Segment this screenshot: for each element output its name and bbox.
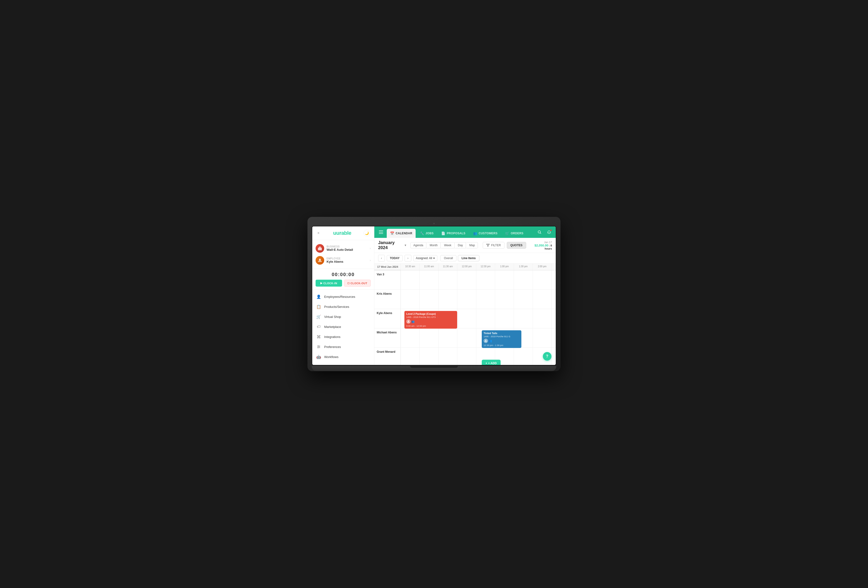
month-tab[interactable]: Month [427, 242, 441, 248]
cell-kris-1[interactable] [401, 290, 419, 309]
filter-view-tabs: Overall Line Items [440, 255, 479, 261]
sidebar-item-marketplace[interactable]: 🏷 Marketplace [312, 322, 374, 332]
level2-location-icon: 📍 [436, 316, 439, 318]
day-tab[interactable]: Day [455, 242, 466, 248]
cell-van3-5[interactable] [476, 270, 495, 290]
virtual-shop-label: Virtual Shop [324, 315, 341, 319]
row-label-kris: Kris Abens [374, 290, 401, 309]
week-tab[interactable]: Week [441, 242, 454, 248]
cell-grant-2[interactable] [419, 348, 438, 365]
notification-button[interactable] [545, 228, 553, 236]
quotes-label: QUOTES [511, 244, 523, 247]
sidebar-item-workflows[interactable]: 🤖 Workflows [312, 352, 374, 362]
event-level2-package[interactable]: Level 2 Package (Coupe) 1495 - 2018 Porc… [404, 311, 457, 329]
row-cells-kris[interactable]: Elite Interior Detail 1495 - 2018 Porche… [401, 290, 556, 309]
business-account-row[interactable]: Business Wall-E Auto Detail › [316, 242, 371, 254]
clock-out-button[interactable]: ◻ CLOCK-OUT [344, 280, 371, 287]
cell-michael-9[interactable] [551, 328, 556, 347]
row-cells-grant[interactable]: + + ADD [401, 348, 556, 365]
svg-point-4 [319, 335, 320, 336]
row-cells-kyle[interactable]: Level 2 Package (Coupe) 1495 - 2018 Porc… [401, 309, 556, 328]
cell-van3-6[interactable] [495, 270, 514, 290]
add-event-button[interactable]: + + ADD [482, 360, 500, 365]
sidebar-item-integrations[interactable]: Integrations [312, 332, 374, 342]
svg-point-3 [317, 335, 318, 336]
tab-orders[interactable]: 🛒 ORDERS [502, 229, 527, 238]
event-tinted-tails[interactable]: Tinted Tails 1495 - 2018 Porche 911 G [482, 330, 521, 348]
agenda-tab[interactable]: Agenda [410, 242, 427, 248]
tab-proposals[interactable]: 📄 PROPOSALS [438, 229, 469, 238]
sidebar-item-employees-resources[interactable]: 👤 Employees/Resources [312, 292, 374, 301]
cell-kris-3[interactable] [438, 290, 457, 309]
cell-grant-7[interactable] [514, 348, 533, 365]
search-button[interactable] [536, 228, 543, 236]
assigned-dropdown-icon: ▾ [433, 257, 435, 260]
business-name: Wall-E Auto Detail [326, 248, 368, 251]
cell-kris-7[interactable] [514, 290, 533, 309]
cell-grant-4[interactable] [457, 348, 476, 365]
today-button[interactable]: TODAY [387, 255, 403, 261]
line-items-tab[interactable]: Line Items [458, 255, 479, 261]
help-button[interactable]: ? [543, 352, 551, 360]
tab-customers[interactable]: 👥 CUSTOMERS [470, 229, 501, 238]
assigned-dropdown[interactable]: Assigned: All ▾ [413, 255, 438, 261]
cell-van3-8[interactable] [533, 270, 551, 290]
cell-kris-6[interactable] [495, 290, 514, 309]
sidebar-item-coupons[interactable]: ✂ Coupons [312, 362, 374, 365]
cell-grant-1[interactable] [401, 348, 419, 365]
cell-kyle-7[interactable] [514, 309, 533, 328]
time-header-230: 2:30 pm [551, 264, 556, 270]
next-arrow[interactable]: › [404, 255, 411, 261]
cell-kyle-5[interactable] [476, 309, 495, 328]
cell-van3-1[interactable] [401, 270, 419, 290]
cell-michael-1[interactable] [401, 328, 419, 347]
cell-van3-4[interactable] [457, 270, 476, 290]
main-content: 📅 CALENDAR 🔧 JOBS 📄 PROPOSALS 👥 CUSTOMER… [374, 226, 556, 365]
cell-kyle-9[interactable] [551, 309, 556, 328]
clock-in-button[interactable]: ▶ CLOCK-IN [316, 280, 342, 287]
row-cells-michael[interactable]: Tinted Tails 1495 - 2018 Porche 911 G [401, 328, 556, 347]
sidebar-item-virtual-shop[interactable]: 🛒 Virtual Shop [312, 312, 374, 322]
dark-mode-toggle[interactable]: 🌙 [363, 230, 370, 236]
integrations-icon [316, 334, 321, 339]
row-cells-van3[interactable] [401, 270, 556, 290]
filter-button[interactable]: FILTER [483, 242, 504, 249]
map-tab[interactable]: Map [466, 242, 478, 248]
employee-account-row[interactable]: Employee Kyle Abens › [316, 254, 371, 266]
products-label: Products/Services [324, 305, 349, 309]
tab-jobs[interactable]: 🔧 JOBS [416, 229, 437, 238]
cell-grant-3[interactable] [438, 348, 457, 365]
cell-kris-2[interactable] [419, 290, 438, 309]
row-label-michael: Michael Abens [374, 328, 401, 347]
row-label-grant: Grant Menard [374, 348, 401, 365]
quotes-button[interactable]: QUOTES [507, 242, 526, 249]
cell-michael-2[interactable] [419, 328, 438, 347]
cell-kyle-6[interactable] [495, 309, 514, 328]
event-level2-people-icon: 👥 [411, 320, 415, 323]
hamburger-button[interactable] [377, 228, 385, 236]
prev-arrow[interactable]: ‹ [378, 255, 385, 261]
cell-michael-4[interactable] [457, 328, 476, 347]
cell-van3-3[interactable] [438, 270, 457, 290]
cell-michael-8[interactable] [533, 328, 551, 347]
svg-point-13 [318, 347, 319, 348]
cell-van3-2[interactable] [419, 270, 438, 290]
cell-kris-8[interactable] [533, 290, 551, 309]
close-button[interactable]: × [316, 231, 321, 235]
tab-calendar[interactable]: 📅 CALENDAR [387, 229, 416, 238]
sidebar: × uurable 🌙 [312, 226, 374, 365]
overall-tab[interactable]: Overall [440, 255, 456, 261]
michael-name: Michael Abens [377, 331, 397, 334]
cell-kris-9[interactable] [551, 290, 556, 309]
cell-van3-9[interactable] [551, 270, 556, 290]
cell-kris-5[interactable] [476, 290, 495, 309]
cell-kris-4[interactable] [457, 290, 476, 309]
cell-kyle-8[interactable] [533, 309, 551, 328]
cell-michael-3[interactable] [438, 328, 457, 347]
sidebar-item-products-services[interactable]: 📋 Products/Services [312, 301, 374, 312]
cell-van3-7[interactable] [514, 270, 533, 290]
month-year-selector[interactable]: January 2024 ▾ [378, 240, 406, 250]
cell-kyle-4[interactable] [457, 309, 476, 328]
cell-grant-9[interactable] [551, 348, 556, 365]
sidebar-item-preferences[interactable]: Preferences [312, 342, 374, 352]
